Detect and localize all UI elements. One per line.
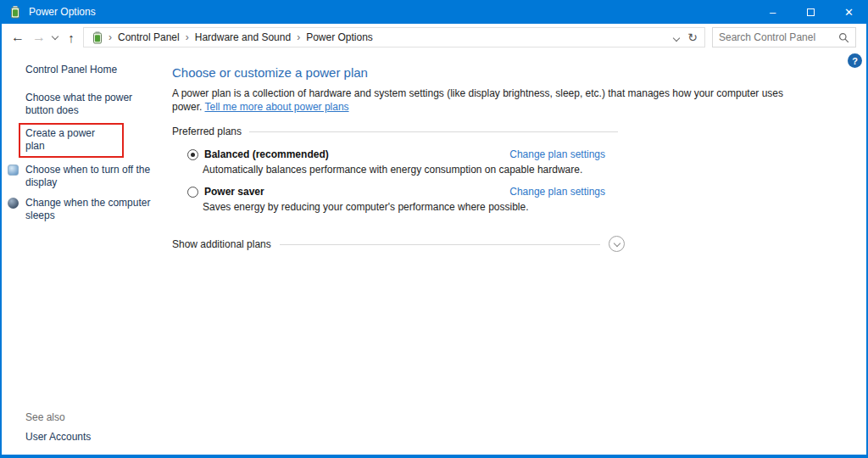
up-arrow-icon: ↑	[68, 31, 75, 45]
sidebar-item-user-accounts[interactable]: User Accounts	[25, 431, 159, 443]
sidebar-item-control-panel-home[interactable]: Control Panel Home	[25, 64, 159, 75]
power-options-app-icon	[8, 5, 22, 19]
breadcrumb-control-panel[interactable]: Control Panel	[113, 31, 185, 43]
up-button[interactable]: ↑	[61, 26, 81, 48]
power-options-location-icon	[91, 31, 104, 44]
breadcrumb-hardware-and-sound[interactable]: Hardware and Sound	[190, 31, 296, 43]
radio-power-saver[interactable]	[187, 187, 198, 198]
see-also-heading: See also	[25, 411, 159, 423]
group-separator-line	[249, 131, 618, 132]
refresh-icon: ↻	[687, 31, 698, 44]
page-description: A power plan is a collection of hardware…	[172, 87, 797, 114]
show-additional-plans-label: Show additional plans	[172, 238, 271, 250]
highlight-box: Create a power plan	[19, 123, 124, 158]
sidebar-item-turn-off-display[interactable]: Choose when to turn off the display	[25, 164, 159, 189]
sidebar-item-power-button-does[interactable]: Choose what the power button does	[25, 92, 159, 117]
preferred-plans-group: Preferred plans	[172, 126, 618, 137]
back-button[interactable]: ←	[7, 26, 29, 48]
close-icon: ✕	[844, 6, 854, 19]
sidebar-item-create-power-plan[interactable]: Create a power plan	[25, 127, 117, 153]
plan-description-balanced: Automatically balances performance with …	[203, 164, 816, 176]
additional-separator-line	[280, 244, 600, 245]
refresh-button[interactable]: ↻	[687, 31, 698, 44]
address-dropdown-button[interactable]	[674, 31, 679, 43]
page-title: Choose or customize a power plan	[172, 65, 816, 80]
maximize-icon	[807, 8, 815, 16]
plan-name-balanced: Balanced (recommended)	[204, 148, 329, 160]
sidebar-item-label: Change when the computer sleeps	[25, 197, 150, 221]
see-also-section: See also User Accounts	[25, 411, 159, 443]
radio-balanced[interactable]	[187, 149, 198, 160]
content-area: ? Control Panel Home Choose what the pow…	[2, 51, 866, 455]
navigation-toolbar: ← → ↑ › Control Panel › Hardware and Sou…	[2, 24, 866, 51]
plan-description-power-saver: Saves energy by reducing your computer's…	[203, 201, 816, 214]
sidebar: Control Panel Home Choose what the power…	[2, 51, 164, 455]
chevron-down-icon	[673, 35, 680, 42]
change-plan-settings-power-saver[interactable]: Change plan settings	[509, 186, 605, 198]
show-additional-plans-button[interactable]	[609, 236, 625, 252]
minimize-icon: –	[770, 6, 776, 19]
forward-arrow-icon: →	[32, 30, 46, 45]
maximize-button[interactable]	[792, 0, 830, 24]
sleep-moon-icon	[8, 198, 19, 209]
caption-buttons: – ✕	[754, 0, 868, 24]
window-title: Power Options	[29, 6, 96, 18]
breadcrumb-power-options[interactable]: Power Options	[301, 31, 378, 43]
forward-button[interactable]: →	[29, 26, 49, 48]
learn-more-link[interactable]: Tell me more about power plans	[204, 101, 348, 113]
help-icon: ?	[852, 56, 858, 66]
search-input[interactable]	[719, 31, 838, 43]
close-button[interactable]: ✕	[830, 0, 868, 24]
chevron-down-icon	[613, 239, 620, 246]
plan-name-power-saver: Power saver	[204, 186, 264, 198]
plan-power-saver: Power saver Change plan settings Saves e…	[172, 186, 816, 214]
title-bar: Power Options – ✕	[0, 0, 868, 24]
chevron-down-icon	[52, 32, 58, 39]
minimize-button[interactable]: –	[754, 0, 792, 24]
display-clock-icon	[8, 165, 19, 176]
address-bar[interactable]: › Control Panel › Hardware and Sound › P…	[83, 27, 705, 47]
main-panel: Choose or customize a power plan A power…	[172, 51, 816, 252]
search-box	[712, 27, 856, 47]
search-icon	[838, 32, 849, 43]
back-arrow-icon: ←	[11, 30, 25, 45]
power-options-window: Power Options – ✕ ← → ↑ › Control Panel …	[0, 0, 868, 458]
sidebar-item-computer-sleeps[interactable]: Change when the computer sleeps	[25, 197, 159, 222]
sidebar-item-label: Choose when to turn off the display	[25, 164, 150, 188]
plan-balanced: Balanced (recommended) Change plan setti…	[172, 148, 816, 176]
preferred-plans-label: Preferred plans	[172, 126, 242, 137]
recent-locations-button[interactable]	[49, 26, 61, 48]
show-additional-plans-row: Show additional plans	[172, 236, 625, 252]
help-button[interactable]: ?	[848, 53, 862, 68]
change-plan-settings-balanced[interactable]: Change plan settings	[509, 148, 605, 160]
